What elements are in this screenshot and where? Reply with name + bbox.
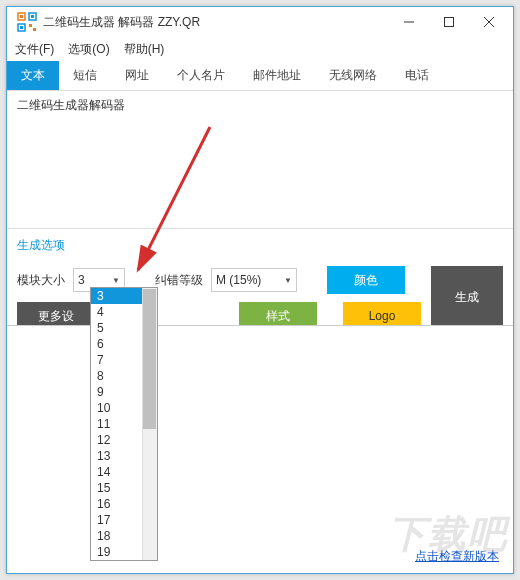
- tab-wifi[interactable]: 无线网络: [315, 61, 391, 90]
- app-window: 二维码生成器 解码器 ZZY.QR 文件(F) 选项(O) 帮助(H) 文本 短…: [6, 6, 514, 574]
- svg-rect-1: [20, 15, 23, 18]
- close-button[interactable]: [469, 8, 509, 36]
- generate-section: 生成选项 模块大小 3 ▼ 纠错等级 M (15%) ▼ 颜色: [7, 229, 513, 330]
- error-level-value: M (15%): [216, 273, 261, 287]
- check-update-link[interactable]: 点击检查新版本: [415, 548, 499, 565]
- tab-email[interactable]: 邮件地址: [239, 61, 315, 90]
- module-size-dropdown[interactable]: 345678910111213141516171819: [90, 287, 158, 561]
- svg-rect-7: [33, 28, 36, 31]
- error-level-label: 纠错等级: [155, 272, 203, 289]
- svg-rect-3: [31, 15, 34, 18]
- menu-help[interactable]: 帮助(H): [124, 41, 165, 58]
- text-input-area[interactable]: 二维码生成器解码器: [7, 91, 513, 229]
- svg-rect-9: [445, 18, 454, 27]
- menubar: 文件(F) 选项(O) 帮助(H): [7, 37, 513, 61]
- tab-sms[interactable]: 短信: [59, 61, 111, 90]
- svg-rect-6: [29, 24, 32, 27]
- tab-vcard[interactable]: 个人名片: [163, 61, 239, 90]
- window-controls: [389, 8, 509, 36]
- chevron-down-icon: ▼: [284, 276, 292, 285]
- module-size-label: 模块大小: [17, 272, 65, 289]
- content-text: 二维码生成器解码器: [17, 98, 125, 112]
- error-level-select[interactable]: M (15%) ▼: [211, 268, 297, 292]
- output-area: 点击检查新版本: [7, 325, 513, 573]
- tabs: 文本 短信 网址 个人名片 邮件地址 无线网络 电话: [7, 61, 513, 91]
- menu-options[interactable]: 选项(O): [68, 41, 109, 58]
- scrollbar-thumb[interactable]: [143, 289, 156, 429]
- tab-text[interactable]: 文本: [7, 61, 59, 90]
- tab-phone[interactable]: 电话: [391, 61, 443, 90]
- generate-button[interactable]: 生成: [431, 266, 503, 328]
- dropdown-scrollbar[interactable]: [142, 288, 157, 560]
- module-size-value: 3: [78, 273, 85, 287]
- minimize-button[interactable]: [389, 8, 429, 36]
- chevron-down-icon: ▼: [112, 276, 120, 285]
- svg-rect-5: [20, 26, 23, 29]
- maximize-button[interactable]: [429, 8, 469, 36]
- app-icon: [17, 12, 37, 32]
- window-title: 二维码生成器 解码器 ZZY.QR: [43, 14, 389, 31]
- titlebar: 二维码生成器 解码器 ZZY.QR: [7, 7, 513, 37]
- color-button[interactable]: 颜色: [327, 266, 405, 294]
- generate-title: 生成选项: [17, 237, 503, 254]
- tab-url[interactable]: 网址: [111, 61, 163, 90]
- menu-file[interactable]: 文件(F): [15, 41, 54, 58]
